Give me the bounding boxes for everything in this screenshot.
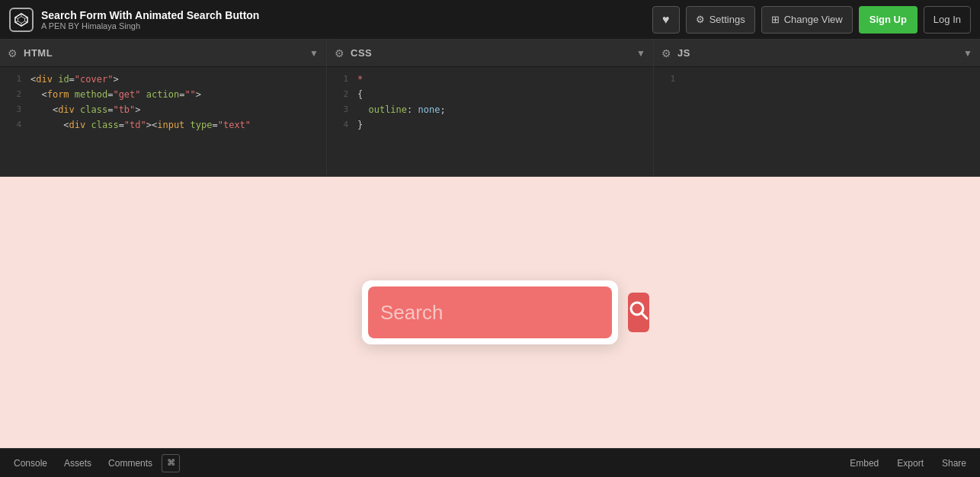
preview-section [0, 177, 980, 448]
change-view-button[interactable]: ⊞ Change View [761, 6, 853, 34]
js-line-1: 1 [660, 72, 974, 87]
js-settings-icon: ⚙ [661, 47, 671, 59]
js-code-lines: 1 [654, 72, 980, 87]
html-line-1: 1 <div id="cover"> [6, 72, 320, 87]
svg-marker-1 [18, 16, 25, 23]
js-pane-title: JS [677, 47, 690, 59]
search-icon [628, 299, 649, 326]
heart-button[interactable]: ♥ [652, 6, 680, 34]
html-pane-title: HTML [24, 47, 53, 59]
css-chevron-icon[interactable]: ▼ [636, 48, 645, 59]
pen-author: A PEN BY Himalaya Singh [41, 21, 645, 30]
js-pane-header: ⚙ JS ▼ [654, 40, 980, 67]
search-inner [368, 287, 612, 338]
bottombar: Console Assets Comments ⌘ Embed Export S… [0, 448, 980, 477]
css-line-3: 3 outline: none; [333, 102, 647, 117]
bottom-left: Console Assets Comments ⌘ [6, 454, 180, 472]
css-code-lines: 1 * 2 { 3 outline: none; 4 } [327, 72, 653, 133]
html-pane-header: ⚙ HTML ▼ [0, 40, 326, 67]
assets-tab[interactable]: Assets [56, 455, 99, 472]
css-pane: ⚙ CSS ▼ 1 * 2 { 3 outline: none; 4 [327, 40, 654, 176]
html-line-3: 3 <div class="tb"> [6, 102, 320, 117]
css-pane-title: CSS [351, 47, 372, 59]
search-input[interactable] [380, 301, 628, 325]
console-tab[interactable]: Console [6, 455, 55, 472]
html-settings-icon: ⚙ [8, 47, 18, 59]
svg-line-9 [642, 313, 647, 319]
editor-section: ⚙ HTML ▼ 1 <div id="cover"> 2 <form meth… [0, 40, 980, 177]
js-chevron-icon[interactable]: ▼ [963, 48, 972, 59]
js-pane: ⚙ JS ▼ 1 [654, 40, 980, 176]
topbar-actions: ♥ ⚙ Settings ⊞ Change View Sign Up Log I… [652, 6, 971, 34]
title-area: Search Form With Animated Search Button … [41, 9, 645, 30]
css-line-2: 2 { [333, 87, 647, 102]
js-editor[interactable]: 1 [654, 67, 980, 176]
search-button[interactable] [628, 293, 649, 332]
css-line-1: 1 * [333, 72, 647, 87]
html-line-4: 4 <div class="td"><input type="text" [6, 117, 320, 133]
css-settings-icon: ⚙ [335, 47, 344, 59]
html-code-lines: 1 <div id="cover"> 2 <form method="get" … [0, 72, 326, 133]
share-button[interactable]: Share [934, 455, 974, 472]
export-button[interactable]: Export [889, 455, 931, 472]
html-editor[interactable]: 1 <div id="cover"> 2 <form method="get" … [0, 67, 326, 176]
comments-tab[interactable]: Comments [101, 455, 160, 472]
css-line-4: 4 } [333, 117, 647, 133]
embed-button[interactable]: Embed [842, 455, 886, 472]
codepen-logo [9, 8, 34, 32]
topbar: Search Form With Animated Search Button … [0, 0, 980, 40]
css-pane-header: ⚙ CSS ▼ [327, 40, 653, 67]
css-editor[interactable]: 1 * 2 { 3 outline: none; 4 } [327, 67, 653, 176]
signup-button[interactable]: Sign Up [859, 6, 918, 34]
bottom-right: Embed Export Share [842, 455, 974, 472]
html-chevron-icon[interactable]: ▼ [309, 48, 319, 59]
keyboard-shortcut-icon: ⌘ [162, 454, 180, 472]
change-view-icon: ⊞ [771, 14, 780, 25]
login-button[interactable]: Log In [924, 6, 971, 34]
html-pane: ⚙ HTML ▼ 1 <div id="cover"> 2 <form meth… [0, 40, 327, 176]
heart-icon: ♥ [662, 13, 670, 27]
settings-button[interactable]: ⚙ Settings [686, 6, 755, 34]
pen-title: Search Form With Animated Search Button [41, 9, 645, 21]
search-widget [362, 280, 618, 344]
gear-icon: ⚙ [696, 14, 705, 25]
html-line-2: 2 <form method="get" action=""> [6, 87, 320, 102]
